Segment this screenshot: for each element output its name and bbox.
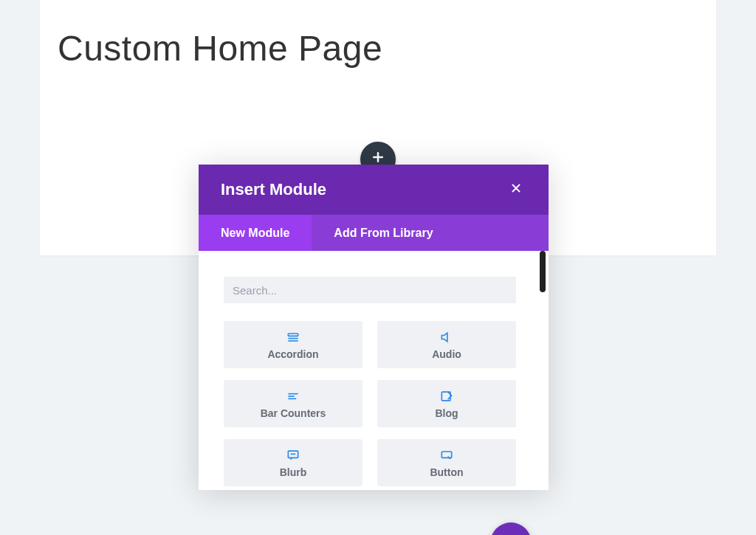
module-card-blurb[interactable]: Blurb — [224, 439, 362, 486]
close-button[interactable] — [504, 178, 528, 201]
audio-icon — [439, 329, 455, 345]
bar-counters-icon — [285, 388, 301, 404]
svg-rect-0 — [288, 334, 298, 336]
module-card-audio[interactable]: Audio — [377, 321, 516, 368]
tab-label: New Module — [221, 227, 289, 240]
close-icon — [509, 182, 523, 198]
blog-icon — [439, 388, 455, 404]
modal-tabs: New Module Add From Library — [199, 215, 549, 251]
page-title: Custom Home Page — [40, 0, 716, 69]
tab-new-module[interactable]: New Module — [199, 215, 312, 251]
button-icon — [439, 447, 455, 463]
module-grid: Accordion Audio Bar Counters Blog — [224, 321, 523, 486]
accordion-icon — [285, 329, 301, 345]
tab-label: Add From Library — [334, 227, 433, 240]
search-input[interactable] — [224, 277, 516, 303]
svg-rect-9 — [441, 452, 451, 458]
module-label: Bar Counters — [261, 407, 326, 419]
tab-add-from-library[interactable]: Add From Library — [312, 215, 455, 251]
modal-body: Accordion Audio Bar Counters Blog — [199, 251, 549, 490]
modal-title: Insert Module — [221, 180, 326, 199]
scrollbar-thumb[interactable] — [540, 251, 546, 292]
module-label: Blog — [435, 407, 458, 419]
module-label: Accordion — [267, 348, 318, 360]
module-card-blog[interactable]: Blog — [377, 380, 516, 427]
module-label: Button — [430, 466, 463, 478]
module-label: Audio — [432, 348, 461, 360]
module-card-accordion[interactable]: Accordion — [224, 321, 362, 368]
floating-action-button[interactable] — [490, 522, 532, 535]
module-label: Blurb — [280, 466, 307, 478]
blurb-icon — [285, 447, 301, 463]
insert-module-modal: Insert Module New Module Add From Librar… — [199, 165, 549, 490]
module-card-button[interactable]: Button — [377, 439, 516, 486]
modal-header: Insert Module — [199, 165, 549, 215]
module-card-bar-counters[interactable]: Bar Counters — [224, 380, 362, 427]
